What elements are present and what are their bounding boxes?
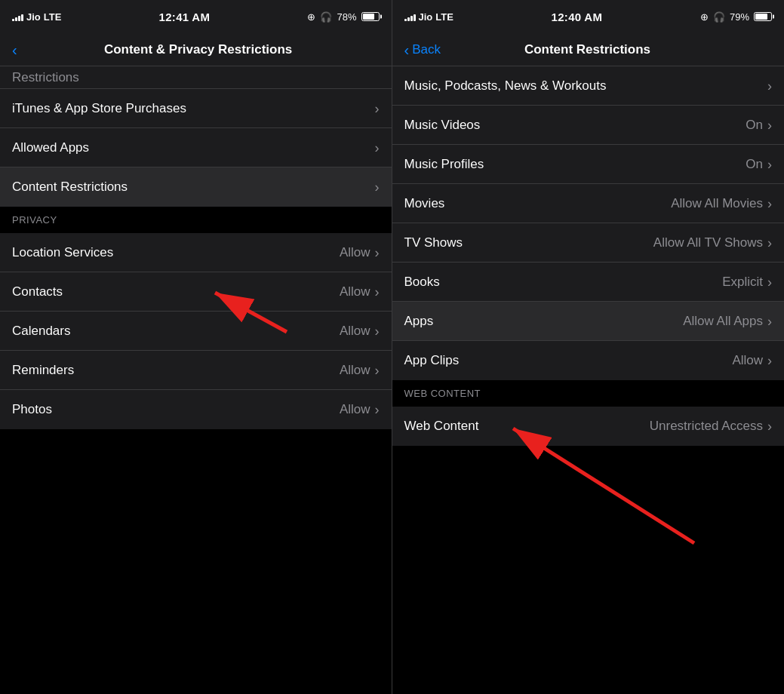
right-nav-bar: ‹ Back Content Restrictions	[392, 33, 785, 66]
left-status-left: Jio LTE	[12, 11, 61, 23]
right-battery-pct: 79%	[730, 11, 749, 23]
right-item-music-videos[interactable]: Music Videos On ›	[392, 106, 785, 145]
left-item-photos[interactable]: Photos Allow ›	[0, 390, 392, 429]
right-movies-label: Movies	[404, 196, 445, 211]
left-item-content-restrictions[interactable]: Content Restrictions ›	[0, 167, 392, 207]
right-music-profiles-label: Music Profiles	[404, 157, 484, 172]
left-allowed-apps-right: ›	[375, 141, 380, 155]
right-apps-right: Allow All Apps ›	[683, 314, 772, 329]
right-music-profiles-value: On	[746, 157, 763, 172]
right-scroll-area[interactable]: Music, Podcasts, News & Workouts › Music…	[392, 66, 785, 694]
right-tv-shows-value: Allow All TV Shows	[653, 235, 763, 250]
left-contacts-value: Allow	[340, 284, 370, 299]
right-web-content-spacer: WEB CONTENT	[392, 380, 785, 407]
right-music-profiles-chevron-icon: ›	[767, 158, 772, 171]
right-movies-value: Allow All Movies	[671, 196, 763, 211]
left-item-itunes[interactable]: iTunes & App Store Purchases ›	[0, 89, 392, 128]
left-calendars-chevron-icon: ›	[375, 324, 380, 338]
right-status-right: ⊕ 🎧 79%	[700, 11, 772, 23]
right-network: LTE	[435, 11, 453, 23]
left-contacts-right: Allow ›	[340, 284, 380, 299]
right-tv-shows-label: TV Shows	[404, 235, 463, 250]
left-allowed-apps-chevron-icon: ›	[375, 141, 380, 155]
left-partial-top-text: Restrictions	[12, 70, 79, 85]
right-apps-label: Apps	[404, 314, 434, 329]
right-item-books[interactable]: Books Explicit ›	[392, 263, 785, 302]
left-location-chevron-icon: ›	[375, 246, 380, 259]
right-app-clips-value: Allow	[732, 353, 763, 368]
left-back-button[interactable]: ‹	[12, 42, 17, 57]
left-photos-chevron-icon: ›	[375, 403, 380, 416]
right-signal-icon	[404, 12, 416, 21]
left-battery-pct: 78%	[337, 11, 356, 23]
left-itunes-chevron-icon: ›	[375, 102, 380, 115]
left-privacy-header: PRIVACY	[0, 207, 392, 232]
right-web-content-right: Unrestricted Access ›	[650, 419, 772, 434]
right-music-podcasts-right: ›	[767, 79, 772, 93]
right-music-podcasts-label: Music, Podcasts, News & Workouts	[404, 78, 607, 94]
right-location-icon: ⊕	[700, 11, 709, 23]
left-item-reminders[interactable]: Reminders Allow ›	[0, 351, 392, 390]
right-books-value: Explicit	[722, 275, 763, 290]
right-carrier: Jio	[419, 11, 433, 23]
right-tv-shows-right: Allow All TV Shows ›	[653, 235, 772, 250]
left-main-group: iTunes & App Store Purchases › Allowed A…	[0, 89, 392, 207]
left-partial-top: Restrictions	[0, 66, 392, 89]
left-scroll-area[interactable]: Restrictions iTunes & App Store Purchase…	[0, 66, 392, 694]
left-headphone-icon: 🎧	[320, 11, 332, 23]
left-carrier: Jio	[26, 11, 41, 23]
right-status-bar: Jio LTE 12:40 AM ⊕ 🎧 79%	[392, 0, 785, 33]
right-app-clips-label: App Clips	[404, 353, 460, 368]
left-reminders-value: Allow	[340, 363, 370, 378]
left-item-contacts[interactable]: Contacts Allow ›	[0, 272, 392, 312]
left-status-bar: Jio LTE 12:41 AM ⊕ 🎧 78%	[0, 0, 392, 33]
left-panel: Jio LTE 12:41 AM ⊕ 🎧 78% ‹ Content & Pri…	[0, 0, 392, 694]
right-headphone-icon: 🎧	[713, 11, 725, 23]
right-item-music-podcasts[interactable]: Music, Podcasts, News & Workouts ›	[392, 66, 785, 106]
right-music-podcasts-chevron-icon: ›	[767, 79, 772, 93]
left-item-location[interactable]: Location Services Allow ›	[0, 233, 392, 272]
right-movies-chevron-icon: ›	[767, 197, 772, 210]
left-itunes-label: iTunes & App Store Purchases	[12, 101, 186, 116]
left-nav-bar: ‹ Content & Privacy Restrictions	[0, 33, 392, 66]
right-content-group: Music, Podcasts, News & Workouts › Music…	[392, 66, 785, 380]
right-item-movies[interactable]: Movies Allow All Movies ›	[392, 184, 785, 223]
left-allowed-apps-label: Allowed Apps	[12, 140, 89, 155]
right-app-clips-right: Allow ›	[732, 353, 772, 368]
left-location-label: Location Services	[12, 245, 113, 260]
right-music-videos-chevron-icon: ›	[767, 118, 772, 132]
right-tv-shows-chevron-icon: ›	[767, 236, 772, 250]
right-battery-icon	[754, 12, 772, 21]
left-reminders-right: Allow ›	[340, 363, 380, 378]
left-item-calendars[interactable]: Calendars Allow ›	[0, 312, 392, 351]
right-music-videos-label: Music Videos	[404, 118, 481, 133]
right-item-tv-shows[interactable]: TV Shows Allow All TV Shows ›	[392, 223, 785, 263]
left-back-chevron-icon: ‹	[12, 42, 17, 57]
right-movies-right: Allow All Movies ›	[671, 196, 772, 211]
right-app-clips-chevron-icon: ›	[767, 354, 772, 367]
left-photos-label: Photos	[12, 402, 52, 417]
right-item-app-clips[interactable]: App Clips Allow ›	[392, 341, 785, 380]
left-location-right: Allow ›	[340, 245, 380, 260]
right-item-music-profiles[interactable]: Music Profiles On ›	[392, 145, 785, 184]
left-location-value: Allow	[340, 245, 370, 260]
right-web-content-group: Web Content Unrestricted Access ›	[392, 407, 785, 446]
right-status-left: Jio LTE	[404, 11, 453, 23]
right-item-apps[interactable]: Apps Allow All Apps ›	[392, 302, 785, 341]
left-content-restrictions-chevron-icon: ›	[375, 180, 380, 194]
right-item-web-content[interactable]: Web Content Unrestricted Access ›	[392, 407, 785, 446]
right-books-label: Books	[404, 275, 440, 290]
left-privacy-group: Location Services Allow › Contacts Allow…	[0, 233, 392, 429]
left-item-allowed-apps[interactable]: Allowed Apps ›	[0, 128, 392, 167]
left-status-right: ⊕ 🎧 78%	[307, 11, 379, 23]
right-back-button[interactable]: ‹ Back	[404, 42, 441, 57]
left-calendars-label: Calendars	[12, 324, 71, 339]
right-books-right: Explicit ›	[722, 275, 772, 290]
right-web-content-header: WEB CONTENT	[392, 380, 785, 405]
left-itunes-right: ›	[375, 102, 380, 115]
right-music-videos-right: On ›	[746, 118, 772, 133]
right-nav-title: Content Restrictions	[441, 42, 734, 57]
left-location-icon: ⊕	[307, 11, 315, 23]
right-music-profiles-right: On ›	[746, 157, 772, 172]
right-time: 12:40 AM	[552, 11, 603, 23]
